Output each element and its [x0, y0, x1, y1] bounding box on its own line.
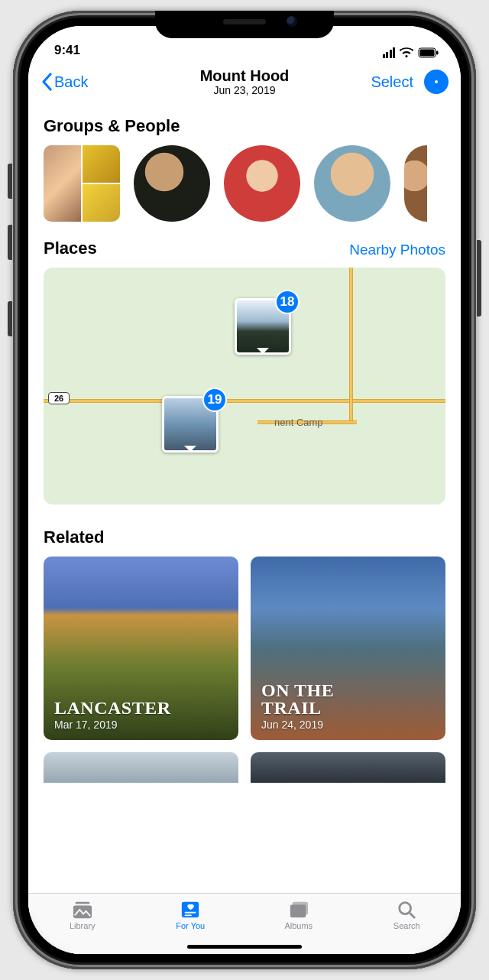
- svg-rect-9: [292, 902, 307, 915]
- tab-for-you[interactable]: For You: [137, 900, 245, 930]
- status-indicators: [383, 47, 440, 58]
- more-button[interactable]: [424, 70, 449, 94]
- home-indicator[interactable]: [187, 945, 302, 949]
- pin-count-badge: 19: [202, 388, 227, 412]
- phone-frame: 9:41: [13, 11, 476, 969]
- person-avatar[interactable]: [404, 145, 427, 222]
- phone-screen-container: 9:41: [28, 26, 461, 954]
- tab-label: For You: [176, 921, 205, 930]
- svg-rect-4: [73, 905, 92, 918]
- memory-title: LANCASTER: [54, 699, 171, 717]
- route-shield: 26: [48, 392, 70, 404]
- scroll-content[interactable]: Groups & People Places Nearby Photos: [28, 104, 461, 893]
- tab-label: Search: [393, 921, 420, 930]
- back-button[interactable]: Back: [40, 73, 88, 91]
- back-label: Back: [54, 73, 88, 91]
- select-button[interactable]: Select: [371, 73, 413, 91]
- person-avatar[interactable]: [224, 145, 300, 222]
- svg-rect-3: [75, 902, 89, 904]
- tab-albums[interactable]: Albums: [244, 900, 353, 930]
- pin-count-badge: 18: [275, 290, 300, 314]
- tab-search[interactable]: Search: [353, 900, 461, 930]
- memory-date: Jun 24, 2019: [261, 719, 334, 731]
- face-thumb: [44, 145, 81, 222]
- tab-label: Library: [70, 921, 96, 930]
- section-header-related: Related: [28, 505, 461, 557]
- face-thumb: [83, 145, 120, 183]
- section-header-people: Groups & People: [28, 110, 461, 145]
- wifi-icon: [400, 47, 413, 58]
- search-icon: [395, 900, 418, 920]
- navigation-bar: Back Mount Hood Jun 23, 2019 Select: [28, 60, 461, 104]
- svg-rect-6: [185, 912, 196, 913]
- memory-card[interactable]: LANCASTER Mar 17, 2019: [44, 557, 238, 740]
- svg-rect-2: [436, 51, 439, 55]
- section-header-places: Places Nearby Photos: [28, 222, 461, 268]
- people-group-tile[interactable]: [44, 145, 120, 222]
- face-thumb: [83, 184, 120, 222]
- albums-icon: [287, 900, 310, 920]
- person-avatar[interactable]: [134, 145, 210, 222]
- library-icon: [71, 900, 94, 920]
- battery-icon: [418, 47, 439, 58]
- map-place-label: nent Camp: [274, 417, 323, 428]
- places-map[interactable]: 26 nent Camp 18 19: [44, 268, 445, 505]
- device-notch: [155, 11, 334, 38]
- memory-card[interactable]: ON THE TRAIL Jun 24, 2019: [251, 557, 445, 740]
- memory-card[interactable]: [251, 752, 445, 783]
- photo-map-pin[interactable]: 19: [162, 396, 219, 453]
- person-avatar[interactable]: [314, 145, 390, 222]
- status-time: 9:41: [54, 43, 80, 58]
- svg-rect-1: [420, 50, 435, 57]
- for-you-icon: [179, 900, 202, 920]
- nearby-photos-button[interactable]: Nearby Photos: [349, 242, 445, 258]
- tab-library[interactable]: Library: [28, 900, 137, 930]
- map-road: [349, 268, 353, 420]
- memory-card[interactable]: [44, 752, 238, 783]
- cellular-signal-icon: [383, 47, 396, 58]
- map-road: [44, 399, 445, 403]
- ellipsis-icon: [435, 80, 438, 83]
- related-title: Related: [44, 527, 104, 547]
- svg-line-11: [410, 913, 415, 918]
- people-row[interactable]: [28, 145, 461, 222]
- photo-map-pin[interactable]: 18: [235, 298, 291, 355]
- memory-date: Mar 17, 2019: [54, 719, 171, 731]
- svg-rect-7: [185, 915, 192, 917]
- related-row: LANCASTER Mar 17, 2019 ON THE TRAIL Jun …: [28, 557, 461, 740]
- tab-label: Albums: [284, 921, 313, 930]
- chevron-left-icon: [40, 73, 53, 91]
- places-title: Places: [44, 239, 97, 258]
- memory-title: ON THE TRAIL: [261, 682, 334, 717]
- related-row-peek: [28, 740, 461, 783]
